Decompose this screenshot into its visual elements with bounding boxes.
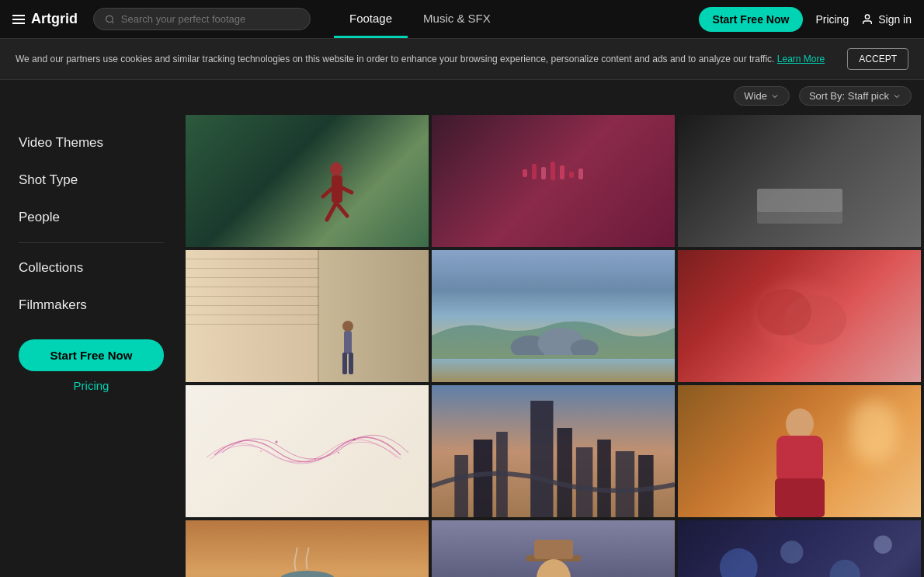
svg-rect-40 [597, 440, 611, 517]
sort-filter[interactable]: Sort By: Staff pick [799, 86, 912, 106]
grid-item-plane[interactable] [678, 385, 921, 517]
video-grid: Revain [182, 112, 924, 577]
learn-more-link[interactable]: Learn More [777, 54, 825, 64]
sidebar-item-collections[interactable]: Collections [0, 249, 182, 287]
sidebar-pricing-link[interactable]: Pricing [19, 379, 164, 392]
svg-point-28 [275, 441, 277, 443]
grid-item-tea[interactable] [186, 520, 429, 577]
grid-item-music[interactable] [432, 115, 675, 247]
svg-point-54 [830, 560, 860, 577]
svg-rect-34 [454, 455, 468, 517]
nav-tabs: Footage Music & SFX [334, 1, 506, 38]
search-bar[interactable] [93, 8, 311, 30]
svg-rect-17 [757, 189, 842, 212]
svg-rect-12 [551, 162, 555, 180]
cookie-text: We and our partners use cookies and simi… [16, 54, 825, 64]
svg-point-29 [314, 458, 316, 460]
svg-rect-14 [569, 172, 574, 178]
svg-rect-13 [560, 165, 564, 179]
svg-rect-10 [532, 164, 537, 179]
search-input[interactable] [121, 13, 299, 25]
start-free-button[interactable]: Start Free Now [699, 7, 804, 32]
svg-point-55 [874, 535, 891, 553]
sidebar-start-free-button[interactable]: Start Free Now [19, 339, 164, 371]
grid-item-bokeh[interactable]: Revain [678, 520, 921, 577]
svg-point-18 [342, 321, 353, 332]
svg-point-3 [330, 162, 342, 176]
sidebar-cta: Start Free Now Pricing [19, 339, 164, 392]
svg-point-47 [280, 571, 335, 577]
svg-rect-44 [776, 436, 823, 482]
svg-point-43 [786, 408, 814, 440]
wide-filter[interactable]: Wide [734, 86, 790, 106]
svg-rect-49 [534, 540, 573, 559]
main-layout: Video Themes Shot Type People Collection… [0, 112, 924, 577]
svg-rect-35 [474, 440, 492, 517]
grid-item-abstract[interactable] [186, 385, 429, 517]
svg-rect-11 [541, 167, 546, 179]
svg-rect-45 [775, 478, 825, 517]
grid-item-runner[interactable] [186, 115, 429, 247]
header-right: Start Free Now Pricing Sign in [699, 7, 912, 32]
svg-rect-38 [557, 428, 572, 517]
svg-line-7 [327, 203, 336, 220]
grid-container: Revain [186, 115, 921, 577]
sidebar-item-people[interactable]: People [0, 199, 182, 236]
svg-point-2 [866, 15, 870, 19]
svg-point-31 [260, 450, 262, 452]
filter-bar: Wide Sort By: Staff pick [0, 80, 924, 112]
grid-item-city[interactable] [432, 385, 675, 517]
sidebar-item-shot-type[interactable]: Shot Type [0, 162, 182, 199]
svg-rect-37 [530, 401, 553, 517]
sign-in[interactable]: Sign in [861, 13, 912, 26]
svg-line-1 [112, 21, 113, 23]
svg-point-0 [106, 16, 113, 23]
sidebar: Video Themes Shot Type People Collection… [0, 112, 182, 577]
cookie-banner: We and our partners use cookies and simi… [0, 39, 924, 80]
svg-rect-19 [344, 331, 352, 354]
svg-rect-39 [576, 447, 593, 517]
sign-in-label: Sign in [878, 13, 912, 26]
sidebar-divider [19, 242, 164, 243]
svg-rect-21 [349, 353, 353, 374]
svg-point-32 [338, 452, 339, 454]
grid-item-classroom[interactable] [186, 250, 429, 382]
svg-point-52 [720, 548, 758, 577]
svg-line-8 [336, 203, 347, 216]
grid-item-piano[interactable] [678, 115, 921, 247]
svg-point-30 [353, 439, 355, 441]
chevron-down-icon-2 [892, 92, 901, 101]
user-icon [861, 13, 874, 26]
svg-rect-42 [638, 455, 654, 517]
accept-button[interactable]: ACCEPT [847, 48, 908, 70]
sidebar-item-video-themes[interactable]: Video Themes [0, 124, 182, 162]
svg-rect-20 [342, 353, 347, 374]
svg-point-27 [784, 295, 846, 345]
tab-footage[interactable]: Footage [334, 1, 408, 38]
logo[interactable]: Artgrid [12, 11, 78, 27]
svg-rect-15 [578, 169, 583, 179]
search-icon [105, 14, 115, 25]
grid-item-coast[interactable] [432, 250, 675, 382]
grid-item-smoke[interactable] [678, 250, 921, 382]
header: Artgrid Footage Music & SFX Start Free N… [0, 0, 924, 39]
menu-icon[interactable] [12, 15, 25, 24]
tab-music-sfx[interactable]: Music & SFX [408, 1, 506, 38]
svg-point-53 [780, 541, 803, 563]
pricing-link[interactable]: Pricing [815, 13, 849, 26]
svg-point-50 [537, 559, 571, 577]
svg-rect-41 [616, 451, 634, 517]
chevron-down-icon [770, 92, 780, 101]
grid-item-man[interactable] [432, 520, 675, 577]
logo-text: Artgrid [31, 11, 78, 27]
svg-rect-9 [523, 169, 527, 177]
sidebar-item-filmmakers[interactable]: Filmmakers [0, 287, 182, 324]
